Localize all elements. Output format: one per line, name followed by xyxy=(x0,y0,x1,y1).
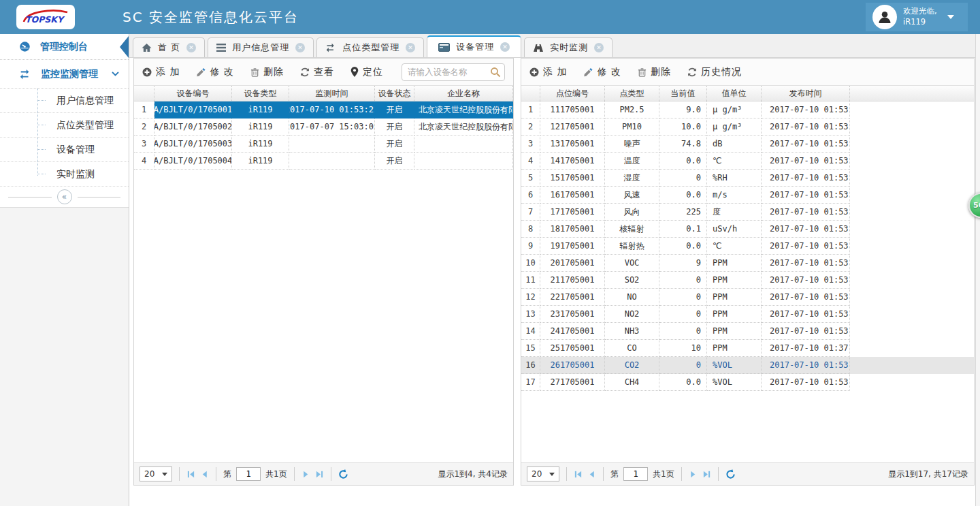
search-icon[interactable] xyxy=(490,67,501,78)
tree-stub xyxy=(37,100,46,101)
right-scroll-strip[interactable] xyxy=(975,34,980,506)
table-row[interactable]: 11211705001SO20PPM2017-07-10 01:53:22 xyxy=(521,272,974,289)
sidebar-item-realtime[interactable]: 实时监测 xyxy=(0,162,129,187)
locate-button[interactable]: 定位 xyxy=(350,66,383,78)
column-header-current-value[interactable]: 当前值 xyxy=(659,86,707,101)
svg-text:TOPSKY: TOPSKY xyxy=(25,14,65,25)
table-row[interactable]: 5151705001湿度0%RH2017-07-10 01:53:22 xyxy=(521,170,974,187)
column-header-index[interactable] xyxy=(134,86,154,101)
next-page-icon xyxy=(689,470,698,479)
user-caret-down-icon[interactable] xyxy=(947,15,954,19)
sidebar-item-device[interactable]: 设备管理 xyxy=(0,138,129,162)
column-header-company[interactable]: 企业名称 xyxy=(414,86,513,101)
view-button[interactable]: 查看 xyxy=(300,66,334,78)
tab-realtime-monitor[interactable]: 实时监测 ✕ xyxy=(524,37,612,57)
first-page-button[interactable] xyxy=(574,470,583,479)
tab-close-icon[interactable]: ✕ xyxy=(594,43,604,52)
page-size-select[interactable]: 20 xyxy=(527,467,559,481)
edit-button[interactable]: 修 改 xyxy=(583,66,621,78)
page-size-select[interactable]: 20 xyxy=(140,467,172,481)
column-header-device-id[interactable]: 设备编号 xyxy=(154,86,232,101)
column-header-index[interactable] xyxy=(521,86,540,101)
delete-button[interactable]: 删除 xyxy=(250,66,284,78)
app-header: TOPSKY SC 安全监管信息化云平台 欢迎光临, iR119 xyxy=(0,0,980,34)
trash-icon xyxy=(638,67,647,77)
chevron-down-icon[interactable] xyxy=(112,72,119,76)
pencil-icon xyxy=(196,67,206,77)
sidebar-item-user-info[interactable]: 用户信息管理 xyxy=(0,89,129,113)
table-cell: 2017-07-10 01:37:01 xyxy=(762,340,850,357)
sidebar-item-console[interactable]: 管理控制台 xyxy=(0,34,129,60)
table-cell: 0 xyxy=(659,272,707,289)
topsky-logo[interactable]: TOPSKY xyxy=(16,5,75,29)
binoculars-icon xyxy=(533,44,544,52)
table-row[interactable]: 8181705001核辐射0.1uSv/h2017-07-10 01:53:21 xyxy=(521,221,974,238)
collapse-button[interactable]: « xyxy=(57,189,72,204)
tab-close-icon[interactable]: ✕ xyxy=(186,43,196,52)
tab-close-icon[interactable]: ✕ xyxy=(406,43,415,52)
table-row[interactable]: 6161705001风速0.0m/s2017-07-10 01:53:21 xyxy=(521,187,974,204)
divider xyxy=(681,467,682,481)
last-page-button[interactable] xyxy=(702,470,711,479)
column-header-publish-time[interactable]: 发布时间 xyxy=(762,86,850,101)
column-header-device-status[interactable]: 设备状态 xyxy=(375,86,414,101)
table-row[interactable]: 4141705001温度0.0℃2017-07-10 01:53:22 xyxy=(521,153,974,170)
screen: TOPSKY SC 安全监管信息化云平台 欢迎光临, iR119 xyxy=(0,0,980,506)
page-number-input[interactable] xyxy=(623,467,648,481)
column-header-point-id[interactable]: 点位编号 xyxy=(540,86,605,101)
column-header-point-type[interactable]: 点类型 xyxy=(605,86,659,101)
column-header-unit[interactable]: 值单位 xyxy=(707,86,762,101)
tab-close-icon[interactable]: ✕ xyxy=(500,42,510,52)
page-word: 第 xyxy=(223,469,231,480)
table-row[interactable]: 16261705001CO20%VOL2017-07-10 01:53:22 xyxy=(521,357,974,374)
table-row[interactable]: 17271705001CH40.0%VOL2017-07-10 01:53:21 xyxy=(521,374,974,391)
delete-button[interactable]: 删除 xyxy=(638,66,671,78)
last-page-button[interactable] xyxy=(315,470,324,479)
history-button[interactable]: 历史情况 xyxy=(687,66,742,78)
add-icon xyxy=(142,67,152,77)
table-row[interactable]: 2A/BJLT/0/1705002iR1192017-07-07 15:03:0… xyxy=(134,118,513,136)
table-row[interactable]: 2121705001PM1010.0μ g/m³2017-07-10 01:53… xyxy=(521,118,974,136)
table-cell: 181705001 xyxy=(540,221,605,238)
tab-user-info[interactable]: 用户信息管理 ✕ xyxy=(208,37,314,57)
add-button[interactable]: 添 加 xyxy=(142,66,180,78)
prev-page-button[interactable] xyxy=(200,470,209,479)
table-row[interactable]: 15251705001CO10PPM2017-07-10 01:37:01 xyxy=(521,340,974,357)
table-row[interactable]: 10201705001VOC9PPM2017-07-10 01:53:22 xyxy=(521,255,974,272)
column-header-device-type[interactable]: 设备类型 xyxy=(232,86,289,101)
table-row[interactable]: 13231705001NO20PPM2017-07-10 01:53:22 xyxy=(521,306,974,323)
sidebar-item-label: 点位类型管理 xyxy=(56,119,114,131)
user-menu[interactable]: 欢迎光临, iR119 xyxy=(866,3,968,31)
page-number-input[interactable] xyxy=(236,467,261,481)
table-row[interactable]: 3A/BJLT/0/1705003iR119开启 xyxy=(134,136,513,153)
tab-close-icon[interactable]: ✕ xyxy=(295,43,305,52)
list-icon xyxy=(216,44,226,52)
table-row[interactable]: 9191705001辐射热0.0℃2017-07-10 01:53:21 xyxy=(521,238,974,255)
tab-home[interactable]: 首 页 ✕ xyxy=(133,37,205,57)
table-row[interactable]: 4A/BJLT/0/1705004iR119开启 xyxy=(134,153,513,170)
tab-point-type[interactable]: 点位类型管理 ✕ xyxy=(316,37,424,57)
tree-stub xyxy=(37,174,46,174)
table-cell: 131705001 xyxy=(540,136,605,153)
table-row[interactable]: 12221705001NO0PPM2017-07-10 01:53:21 xyxy=(521,289,974,306)
table-row[interactable]: 7171705001风向225度2017-07-10 01:53:21 xyxy=(521,204,974,221)
next-page-button[interactable] xyxy=(301,470,310,479)
sidebar-item-monitor-group[interactable]: 监控监测管理 xyxy=(0,60,129,89)
table-cell: iR119 xyxy=(232,118,289,136)
column-header-monitor-time[interactable]: 监测时间 xyxy=(289,86,375,101)
table-row[interactable]: 1A/BJLT/0/1705001iR1192017-07-10 01:53:2… xyxy=(134,101,513,118)
refresh-button[interactable] xyxy=(338,469,348,479)
table-row[interactable]: 3131705001噪声74.8dB2017-07-10 01:53:22 xyxy=(521,136,974,153)
tab-device-management[interactable]: 设备管理 ✕ xyxy=(427,35,521,57)
avatar xyxy=(872,5,897,29)
first-page-button[interactable] xyxy=(186,470,195,479)
prev-page-button[interactable] xyxy=(587,470,596,479)
table-cell: 2017-07-10 01:53:22 xyxy=(762,357,850,374)
table-row[interactable]: 1111705001PM2.59.0μ g/m³2017-07-10 01:53… xyxy=(521,101,974,118)
edit-button[interactable]: 修 改 xyxy=(196,66,233,78)
add-button[interactable]: 添 加 xyxy=(529,66,567,78)
sidebar-item-point-type[interactable]: 点位类型管理 xyxy=(0,113,129,138)
table-row[interactable]: 14241705001NH30PPM2017-07-10 01:53:21 xyxy=(521,323,974,340)
next-page-button[interactable] xyxy=(689,470,698,479)
refresh-button[interactable] xyxy=(725,469,736,479)
